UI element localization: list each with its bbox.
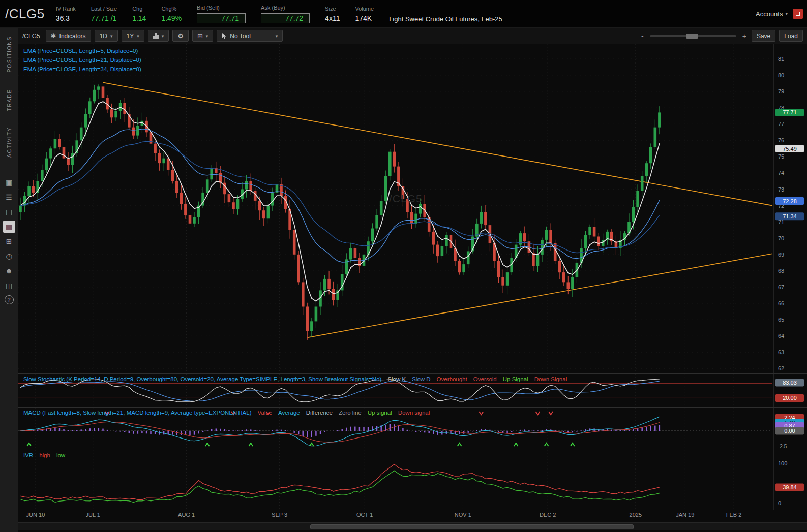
header-field-size: Size 4x11 (325, 6, 340, 22)
svg-text:80: 80 (778, 72, 784, 78)
horizontal-scrollbar[interactable] (18, 522, 807, 530)
field-label: IV Rank (56, 6, 76, 14)
field-value: 4x11 (325, 14, 340, 22)
chart-toolbar: /CLG5 ✱ Indicators 1D ▾ 1Y ▾ ▾ ⚙ ⊞ ▾ No … (18, 28, 807, 44)
stochastic-canvas[interactable]: 83.0320.00 (18, 374, 807, 408)
monitor-icon[interactable]: ▣ (3, 176, 15, 189)
chevron-down-icon: ▾ (206, 34, 208, 39)
field-value: 174K (355, 14, 372, 22)
ask-button[interactable]: 77.72 (261, 13, 310, 23)
svg-text:73: 73 (778, 186, 784, 193)
field-label: Chg (132, 6, 142, 14)
svg-text:63: 63 (778, 349, 784, 355)
accounts-dropdown[interactable]: Accounts ▾ (756, 10, 788, 18)
time-axis: JUN 10JUL 1AUG 1SEP 3OCT 1NOV 1DEC 22025… (18, 510, 807, 521)
help-icon[interactable]: ? (5, 295, 14, 304)
svg-text:66: 66 (778, 300, 784, 306)
header-field-bid: Bid (Sell) 77.71 (197, 5, 246, 23)
chart-style-dropdown[interactable]: ▾ (148, 30, 169, 42)
time-axis-label: NOV 1 (455, 512, 471, 518)
charts-icon[interactable]: ▦ (3, 221, 15, 233)
indicators-button[interactable]: ✱ Indicators (46, 30, 91, 42)
save-button[interactable]: Save (752, 30, 775, 42)
svg-text:74: 74 (778, 170, 784, 176)
sidebar-tab-trade[interactable]: TRADE (6, 89, 12, 111)
support-icon (796, 12, 800, 16)
sidebar-icon-stack: ▣☰▤▦⊞◷☻◫? (3, 175, 15, 307)
left-sidebar: POSITIONS TRADE ACTIVITY ▣☰▤▦⊞◷☻◫? (0, 28, 18, 532)
symbol-title: /CLG5 (0, 6, 56, 22)
field-label: Bid (Sell) (197, 5, 220, 13)
svg-text:62: 62 (778, 365, 784, 371)
macd-panel[interactable]: 2.241.420.870.00-2.5 MACD (Fast length=8… (18, 407, 807, 450)
stochastic-panel[interactable]: 83.0320.00 Slow Stochastic (K Period=14,… (18, 373, 807, 407)
toolbar-symbol-label: /CLG5 (22, 33, 40, 40)
zoom-slider[interactable] (650, 35, 736, 37)
price-chart-panel[interactable]: 6263646566676869707172737475767778798081… (18, 44, 807, 373)
zoom-in-button[interactable]: + (741, 32, 748, 40)
time-axis-label: JAN 19 (676, 512, 694, 518)
chevron-down-icon: ▾ (110, 34, 113, 39)
support-button[interactable] (793, 9, 803, 19)
indicators-label: Indicators (59, 33, 86, 40)
field-label: Size (325, 6, 336, 14)
products-icon[interactable]: ◫ (3, 279, 15, 292)
svg-text:68: 68 (778, 268, 784, 274)
field-label: Volume (355, 6, 374, 14)
header-field-ask: Ask (Buy) 77.72 (261, 5, 310, 23)
widgets-icon[interactable]: ⊞ (3, 235, 15, 247)
field-label: Last / Size (91, 6, 117, 14)
sidebar-tab-positions[interactable]: POSITIONS (6, 36, 12, 73)
time-axis-label: AUG 1 (178, 512, 195, 518)
time-axis-label: JUN 10 (26, 512, 45, 518)
history-icon[interactable]: ◷ (3, 250, 15, 262)
field-value: 1.14 (132, 14, 146, 22)
header-field-iv-rank: IV Rank 36.3 (56, 6, 76, 22)
timeframe-dropdown[interactable]: 1D ▾ (95, 30, 118, 42)
load-button[interactable]: Load (779, 30, 803, 42)
community-icon[interactable]: ☻ (3, 265, 15, 277)
time-axis-label: OCT 1 (356, 512, 373, 518)
range-value: 1Y (127, 33, 134, 40)
svg-text:67: 67 (778, 284, 784, 290)
svg-text:20.00: 20.00 (783, 395, 797, 401)
svg-text:39.84: 39.84 (783, 484, 797, 490)
watchlist-icon[interactable]: ☰ (3, 191, 15, 203)
price-chart-canvas[interactable]: 6263646566676869707172737475767778798081… (18, 44, 807, 373)
tool-label: No Tool (230, 33, 250, 40)
svg-text:77.71: 77.71 (783, 109, 797, 115)
zoom-slider-thumb[interactable] (686, 34, 698, 39)
grid-layout-dropdown[interactable]: ⊞ ▾ (192, 30, 213, 42)
chevron-down-icon: ▾ (162, 34, 164, 39)
svg-text:71.34: 71.34 (783, 213, 797, 220)
header-field-last-size: Last / Size 77.71 /1 (91, 6, 117, 22)
sidebar-tab-activity[interactable]: ACTIVITY (6, 127, 12, 158)
chevron-down-icon: ▾ (137, 34, 139, 39)
accounts-area: Accounts ▾ (756, 9, 803, 19)
field-value: 77.71 /1 (91, 14, 117, 22)
main-area: /CLG5 ✱ Indicators 1D ▾ 1Y ▾ ▾ ⚙ ⊞ ▾ No … (18, 28, 807, 532)
ivr-canvas[interactable]: 100039.84 (18, 450, 807, 510)
zoom-out-button[interactable]: - (640, 32, 645, 40)
accounts-label: Accounts (756, 10, 783, 18)
chart-style-icon (153, 33, 159, 39)
grid-icon: ⊞ (197, 32, 203, 40)
macd-canvas[interactable]: 2.241.420.870.00-2.5 (18, 408, 807, 450)
range-dropdown[interactable]: 1Y ▾ (122, 30, 144, 42)
time-axis-label: 2025 (630, 512, 642, 518)
drawing-tool-dropdown[interactable]: No Tool ▾ (217, 30, 283, 42)
field-label: Chg% (161, 6, 176, 14)
svg-text:77: 77 (778, 121, 784, 127)
scrollbar-thumb[interactable] (310, 524, 634, 529)
svg-text:65: 65 (778, 317, 784, 323)
svg-text:83.03: 83.03 (783, 380, 797, 386)
bid-button[interactable]: 77.71 (197, 13, 246, 23)
scan-icon[interactable]: ▤ (3, 206, 15, 218)
header-field-chg-pct: Chg% 1.49% (161, 6, 182, 22)
time-axis-label: SEP 3 (272, 512, 287, 518)
field-label: Ask (Buy) (261, 5, 285, 13)
ivr-panel[interactable]: 100039.84 IVR highlow (18, 450, 807, 510)
svg-text:0: 0 (778, 500, 781, 506)
chart-settings-button[interactable]: ⚙ (172, 30, 189, 42)
svg-text:75.49: 75.49 (783, 146, 797, 152)
